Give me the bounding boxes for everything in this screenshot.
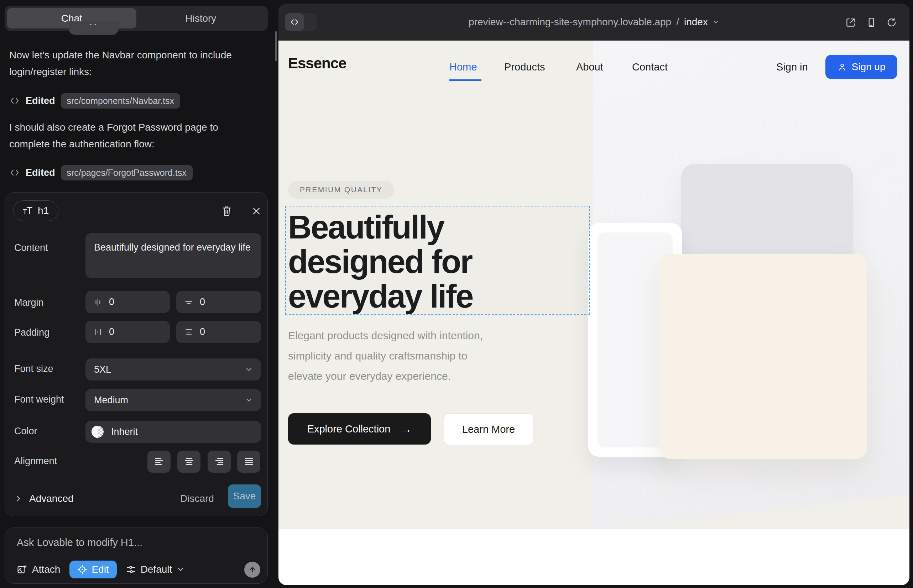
nav-link-home[interactable]: Home	[449, 61, 477, 73]
chevron-down-icon	[712, 18, 719, 26]
chevron-down-icon	[244, 365, 253, 374]
advanced-toggle[interactable]: Advanced	[14, 489, 74, 509]
image-plus-icon	[17, 564, 27, 575]
nav-active-underline	[449, 79, 481, 81]
lovable-sidebar: Chat History .. Now let's update the Nav…	[0, 0, 278, 588]
padding-x-input[interactable]: 0	[86, 321, 170, 343]
padding-vertical-icon	[184, 328, 193, 337]
browser-chrome: preview--charming-site-symphony.lovable.…	[278, 3, 910, 40]
edited-label: Edited	[26, 95, 55, 107]
color-select[interactable]: Inherit	[86, 421, 261, 443]
code-icon	[9, 95, 20, 106]
font-size-label: Font size	[14, 363, 53, 375]
sidebar-tabbar: Chat History	[5, 6, 268, 31]
mobile-view-icon[interactable]	[866, 17, 877, 28]
learn-more-button[interactable]: Learn More	[444, 413, 533, 445]
preview-site: Essence Home Products About Contact Sign…	[278, 40, 910, 585]
open-external-icon[interactable]	[845, 17, 856, 28]
composer-toolbar: Attach Edit Default	[17, 561, 260, 578]
chevron-down-icon	[176, 565, 185, 573]
selected-element-pill[interactable]: TT h1	[13, 200, 58, 221]
delete-element-button[interactable]	[220, 205, 233, 218]
refresh-icon[interactable]	[886, 17, 897, 28]
content-label: Content	[14, 242, 48, 254]
chevron-right-icon	[14, 495, 22, 502]
decor-card-cream	[659, 254, 867, 459]
url-domain: preview--charming-site-symphony.lovable.…	[469, 16, 671, 28]
align-center-button[interactable]	[177, 451, 201, 473]
nav-link-products[interactable]: Products	[504, 61, 545, 73]
code-icon	[9, 167, 20, 178]
chevron-down-icon	[244, 396, 253, 404]
padding-label: Padding	[14, 327, 50, 338]
edited-file-chip[interactable]: src/pages/ForgotPassword.tsx	[61, 165, 193, 181]
element-tag-label: h1	[38, 205, 49, 216]
url-bar[interactable]: preview--charming-site-symphony.lovable.…	[278, 3, 910, 40]
margin-x-input[interactable]: 0	[86, 291, 170, 313]
chat-message: Now let's update the Navbar component to…	[9, 47, 251, 80]
font-size-select[interactable]: 5XL	[86, 359, 261, 381]
align-left-button[interactable]	[147, 451, 170, 473]
signin-link[interactable]: Sign in	[776, 61, 808, 73]
edit-mode-button[interactable]: Edit	[70, 561, 117, 578]
user-icon	[837, 62, 847, 71]
site-logo[interactable]: Essence	[288, 55, 346, 72]
save-button[interactable]: Save	[228, 485, 261, 508]
margin-horizontal-icon	[93, 297, 102, 307]
signup-button[interactable]: Sign up	[826, 55, 897, 79]
arrow-right-icon: →	[400, 423, 412, 436]
font-weight-select[interactable]: Medium	[86, 389, 261, 411]
composer-input[interactable]: Ask Lovable to modify H1...	[17, 537, 142, 549]
close-icon[interactable]	[250, 205, 263, 218]
sidebar-scrollbar[interactable]	[275, 31, 277, 61]
mode-select[interactable]: Default	[126, 564, 185, 575]
nav-link-contact[interactable]: Contact	[632, 61, 668, 73]
url-separator: /	[676, 16, 679, 28]
hero-description: Elegant products designed with intention…	[288, 325, 483, 386]
edited-file-row: Edited src/components/Navbar.tsx	[9, 93, 180, 108]
content-input[interactable]: Beautifully designed for everyday life	[86, 233, 261, 278]
sliders-icon	[126, 564, 136, 575]
tab-history[interactable]: History	[136, 8, 265, 29]
text-size-icon: TT	[23, 205, 32, 216]
color-swatch-icon	[91, 425, 104, 438]
send-button[interactable]	[244, 562, 260, 578]
alignment-label: Alignment	[14, 456, 57, 467]
margin-y-input[interactable]: 0	[176, 291, 261, 313]
padding-y-input[interactable]: 0	[176, 321, 261, 343]
discard-button[interactable]: Discard	[180, 489, 214, 509]
element-selection-outline[interactable]	[285, 206, 590, 315]
font-weight-label: Font weight	[14, 394, 64, 405]
chat-message: I should also create a Forgot Password p…	[9, 119, 251, 152]
nav-link-about[interactable]: About	[576, 61, 603, 73]
padding-horizontal-icon	[93, 328, 102, 337]
color-label: Color	[14, 426, 37, 437]
chat-composer: Ask Lovable to modify H1... Attach Edit	[5, 528, 268, 584]
explore-collection-button[interactable]: Explore Collection →	[288, 413, 431, 444]
align-justify-button[interactable]	[237, 451, 260, 473]
attach-button[interactable]: Attach	[17, 564, 60, 575]
edited-file-chip[interactable]: src/components/Navbar.tsx	[61, 93, 181, 108]
scrolled-clipped-chip: ..	[69, 21, 118, 35]
clipped-chip-dots: ..	[69, 21, 118, 28]
edited-label: Edited	[26, 167, 55, 178]
edited-file-row: Edited src/pages/ForgotPassword.tsx	[9, 165, 193, 181]
element-editor-panel: TT h1 Content Beautifully designed for e…	[5, 192, 268, 516]
align-right-button[interactable]	[207, 451, 231, 473]
margin-vertical-icon	[184, 297, 193, 307]
crosshair-icon	[77, 564, 87, 575]
margin-label: Margin	[14, 297, 44, 308]
url-page: index	[684, 16, 708, 28]
hero-badge: PREMIUM QUALITY	[288, 181, 394, 199]
preview-browser-frame: preview--charming-site-symphony.lovable.…	[278, 3, 910, 585]
